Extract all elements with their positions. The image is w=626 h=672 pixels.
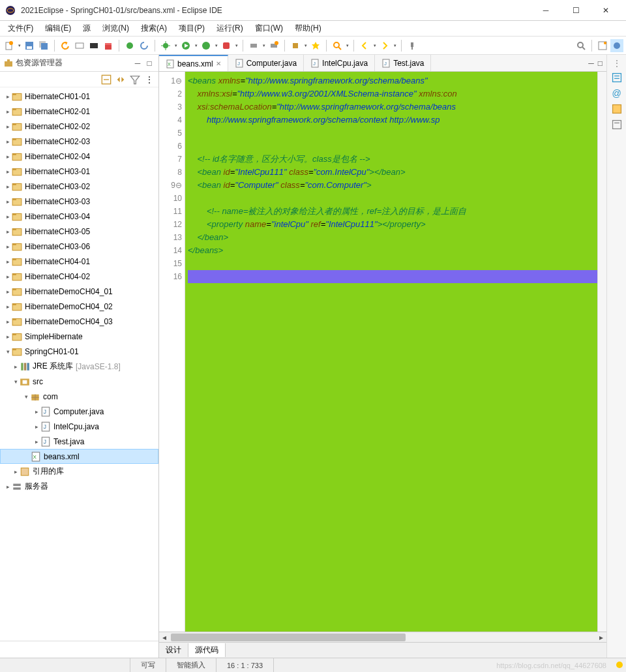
menu-window[interactable]: 窗口(W) — [251, 22, 287, 35]
menu-run[interactable]: 运行(R) — [213, 22, 247, 35]
design-tab[interactable]: 设计 — [159, 643, 188, 657]
maximize-button[interactable]: ☐ — [561, 0, 591, 21]
tree-item[interactable]: ▸JIntelCpu.java — [0, 419, 158, 434]
menu-search[interactable]: 搜索(A) — [137, 22, 171, 35]
server-button[interactable] — [247, 39, 260, 52]
save-all-button[interactable] — [37, 39, 50, 52]
menu-source[interactable]: 源 — [79, 22, 95, 35]
svg-rect-49 — [12, 183, 16, 185]
bottom-toolbar — [0, 641, 158, 658]
tree-item[interactable]: ▸HibernateCH03-01 — [0, 164, 158, 179]
tree-item[interactable]: ▸HibernateCH04-01 — [0, 254, 158, 269]
tree-item[interactable]: ▸服务器 — [0, 479, 158, 494]
snippets-button[interactable] — [611, 119, 623, 130]
tree-item[interactable]: ▸HibernateCH02-04 — [0, 149, 158, 164]
menu-help[interactable]: 帮助(H) — [291, 22, 325, 35]
tree-item[interactable]: ▾com — [0, 389, 158, 404]
svg-rect-57 — [12, 243, 16, 245]
package-explorer-panel: 包资源管理器 ─ □ ⋮ ▸HibernateCH01-01▸Hibernate… — [0, 55, 159, 658]
minimize-button[interactable]: ─ — [531, 0, 561, 21]
tree-item[interactable]: ▸HibernateCH03-03 — [0, 194, 158, 209]
svg-rect-69 — [12, 333, 16, 335]
quick-access-button[interactable] — [574, 39, 588, 52]
svg-rect-90 — [13, 487, 20, 489]
tree-item[interactable]: ▸HibernateDemoCH04_03 — [0, 314, 158, 329]
svg-text:X: X — [168, 62, 171, 67]
wizard-button[interactable] — [309, 39, 322, 52]
tree-item[interactable]: ▸HibernateDemoCH04_01 — [0, 284, 158, 299]
gift-button[interactable] — [102, 39, 115, 52]
tree-item[interactable]: ▸HibernateCH02-03 — [0, 134, 158, 149]
svg-rect-41 — [12, 123, 16, 125]
tree-item[interactable]: ▸引用的库 — [0, 464, 158, 479]
line-gutter[interactable]: 1⊖23456789⊖10111213141516 — [159, 72, 185, 632]
svg-rect-61 — [12, 273, 16, 275]
nav-fwd-button[interactable] — [378, 39, 391, 52]
panel-maximize-button[interactable]: □ — [144, 58, 155, 69]
filter-button[interactable] — [130, 74, 140, 85]
link-editor-button[interactable] — [115, 74, 126, 85]
tree-item[interactable]: ▸HibernateCH02-01 — [0, 104, 158, 119]
undo-button[interactable] — [59, 39, 72, 52]
console-button[interactable] — [87, 39, 100, 52]
new-server-button[interactable] — [267, 39, 280, 52]
run-last-button[interactable] — [200, 39, 213, 52]
code-editor[interactable]: 1⊖23456789⊖10111213141516 <beans xmlns="… — [159, 72, 606, 632]
toggle-button[interactable] — [73, 39, 86, 52]
menu-edit[interactable]: 编辑(E) — [41, 22, 75, 35]
tree-item[interactable]: ▸HibernateCH04-02 — [0, 269, 158, 284]
tab-minimize-button[interactable]: ─ — [588, 59, 594, 68]
tree-item[interactable]: ▸HibernateCH03-02 — [0, 179, 158, 194]
menu-navigate[interactable]: 浏览(N) — [98, 22, 133, 35]
open-type-button[interactable] — [123, 39, 136, 52]
code-content[interactable]: <beans xmlns="http://www.springframework… — [185, 72, 597, 632]
tree-item[interactable]: ▾src — [0, 374, 158, 389]
svg-rect-32 — [5, 61, 12, 67]
open-perspective-button[interactable] — [596, 39, 609, 52]
pin-button[interactable] — [406, 39, 419, 52]
menu-project[interactable]: 项目(P) — [175, 22, 209, 35]
horizontal-scrollbar[interactable]: ◂ ▸ — [159, 632, 606, 642]
right-trim: ⋮ @ — [606, 55, 626, 658]
java-ee-perspective-button[interactable] — [610, 39, 623, 52]
new-button[interactable] — [3, 39, 16, 52]
ext-tools-button[interactable] — [220, 39, 233, 52]
markers-button[interactable] — [611, 103, 623, 115]
tree-item[interactable]: ▸HibernateDemoCH04_02 — [0, 299, 158, 314]
tree-item[interactable]: ▸JComputer.java — [0, 404, 158, 419]
source-tab[interactable]: 源代码 — [188, 643, 226, 657]
tab-maximize-button[interactable]: □ — [598, 59, 603, 68]
debug-button[interactable] — [159, 39, 172, 52]
tree-item[interactable]: ▸HibernateCH03-06 — [0, 239, 158, 254]
tree-item[interactable]: ▾SpringCH01-01 — [0, 344, 158, 359]
package-tree[interactable]: ▸HibernateCH01-01▸HibernateCH02-01▸Hiber… — [0, 87, 158, 641]
outline-button[interactable] — [611, 72, 623, 84]
tree-item[interactable]: ▸HibernateCH03-05 — [0, 224, 158, 239]
tree-item[interactable]: ▸HibernateCH01-01 — [0, 89, 158, 104]
tree-item[interactable]: ▸HibernateCH02-02 — [0, 119, 158, 134]
svg-rect-45 — [12, 153, 16, 155]
save-button[interactable] — [23, 39, 36, 52]
tree-item[interactable]: ▸HibernateCH03-04 — [0, 209, 158, 224]
trim-menu[interactable]: ⋮ — [613, 59, 621, 68]
overview-ruler[interactable] — [597, 72, 606, 632]
editor-tab[interactable]: JIntelCpu.java — [304, 55, 375, 71]
menu-file[interactable]: 文件(F) — [4, 22, 37, 35]
editor-tab[interactable]: Xbeans.xml✕ — [159, 55, 228, 71]
collapse-all-button[interactable] — [101, 74, 112, 85]
tree-item[interactable]: ▸JRE 系统库[JavaSE-1.8] — [0, 359, 158, 374]
editor-tab[interactable]: JComputer.java — [228, 55, 304, 71]
task-list-button[interactable]: @ — [611, 87, 623, 99]
view-menu-button[interactable]: ⋮ — [144, 74, 155, 85]
tree-item[interactable]: Xbeans.xml — [0, 449, 158, 464]
close-button[interactable]: ✕ — [591, 0, 621, 21]
run-button[interactable] — [179, 39, 192, 52]
tree-item[interactable]: ▸SimpleHibernate — [0, 329, 158, 344]
tree-item[interactable]: ▸JTest.java — [0, 434, 158, 449]
editor-tab[interactable]: JTest.java — [375, 55, 431, 71]
panel-minimize-button[interactable]: ─ — [132, 58, 143, 69]
nav-back-button[interactable] — [358, 39, 371, 52]
search-button[interactable] — [331, 39, 344, 52]
refresh-button[interactable] — [138, 39, 151, 52]
build-button[interactable] — [289, 39, 302, 52]
